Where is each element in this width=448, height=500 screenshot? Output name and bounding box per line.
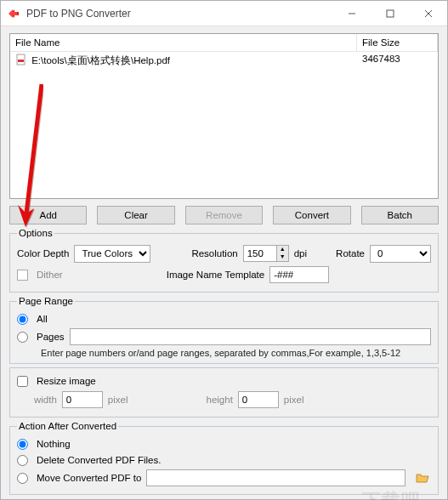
page-range-pages-label: Pages: [37, 332, 65, 342]
resolution-spin-buttons[interactable]: ▲▼: [276, 246, 288, 261]
file-size-cell: 3467483: [357, 52, 438, 69]
resize-height-unit: pixel: [284, 395, 304, 405]
folder-browse-icon[interactable]: [414, 470, 431, 486]
resolution-unit: dpi: [294, 248, 307, 259]
remove-button[interactable]: Remove: [185, 206, 263, 224]
action-delete-radio[interactable]: [17, 455, 28, 466]
page-range-all-radio[interactable]: [17, 314, 28, 325]
app-window: PDF to PNG Converter File Name File Size…: [0, 0, 448, 500]
resize-width-input[interactable]: [62, 391, 103, 408]
table-row[interactable]: E:\tools\桌面\格式转换\Help.pdf 3467483: [10, 52, 438, 69]
resize-width-unit: pixel: [108, 395, 128, 405]
svg-rect-5: [18, 60, 24, 62]
client-area: File Name File Size E:\tools\桌面\格式转换\Hel…: [1, 26, 447, 500]
file-list-table[interactable]: File Name File Size E:\tools\桌面\格式转换\Hel…: [9, 33, 439, 199]
action-nothing-radio[interactable]: [17, 439, 28, 450]
pdf-file-icon: [15, 54, 27, 65]
action-move-path-input[interactable]: [146, 469, 405, 486]
add-button[interactable]: Add: [9, 206, 87, 224]
resolution-spinner[interactable]: ▲▼: [243, 245, 289, 262]
dither-checkbox[interactable]: [17, 270, 28, 281]
col-header-size[interactable]: File Size: [357, 34, 438, 51]
options-group: Options Color Depth True Colors Resoluti…: [9, 228, 439, 293]
resize-group: Resize image width pixel height pixel: [9, 367, 439, 418]
minimize-button[interactable]: [332, 1, 371, 26]
svg-rect-1: [387, 10, 394, 17]
rotate-label: Rotate: [336, 248, 365, 259]
rotate-select[interactable]: 0: [370, 245, 431, 263]
table-header: File Name File Size: [10, 34, 438, 52]
resize-height-input[interactable]: [238, 391, 279, 408]
action-after-group: Action After Converted Nothing Delete Co…: [9, 421, 439, 495]
color-depth-label: Color Depth: [17, 248, 69, 259]
action-after-legend: Action After Converted: [17, 421, 118, 431]
titlebar: PDF to PNG Converter: [1, 1, 447, 26]
dither-label: Dither: [37, 270, 63, 280]
resize-label: Resize image: [37, 376, 96, 386]
clear-button[interactable]: Clear: [97, 206, 174, 224]
action-move-label: Move Converted PDF to: [37, 473, 141, 483]
action-move-radio[interactable]: [17, 473, 28, 484]
resolution-label: Resolution: [191, 248, 237, 259]
resize-width-label: width: [34, 395, 57, 405]
resize-checkbox[interactable]: [17, 376, 28, 387]
image-name-template-input[interactable]: [269, 266, 329, 283]
close-button[interactable]: [409, 1, 447, 26]
page-range-group: Page Range All Pages Enter page numbers …: [9, 296, 439, 364]
app-icon: [8, 7, 21, 20]
action-button-row: Add Clear Remove Convert Batch: [9, 206, 439, 224]
page-range-pages-radio[interactable]: [17, 332, 28, 343]
col-header-name[interactable]: File Name: [10, 34, 357, 51]
convert-button[interactable]: Convert: [273, 206, 350, 224]
resolution-input[interactable]: [244, 246, 276, 261]
window-title: PDF to PNG Converter: [26, 8, 332, 20]
page-range-all-label: All: [37, 314, 48, 324]
file-name-cell: E:\tools\桌面\格式转换\Help.pdf: [31, 55, 170, 65]
options-legend: Options: [17, 228, 54, 238]
image-name-template-label: Image Name Template: [167, 270, 264, 280]
resize-height-label: height: [207, 395, 233, 405]
color-depth-select[interactable]: True Colors: [74, 245, 150, 263]
maximize-button[interactable]: [371, 1, 409, 26]
page-range-legend: Page Range: [17, 296, 75, 306]
batch-button[interactable]: Batch: [361, 206, 439, 224]
page-range-pages-input[interactable]: [70, 328, 431, 345]
page-range-hint: Enter page numbers or/and page ranges, s…: [41, 348, 431, 358]
action-delete-label: Delete Converted PDF Files.: [37, 455, 161, 465]
action-nothing-label: Nothing: [37, 439, 71, 449]
